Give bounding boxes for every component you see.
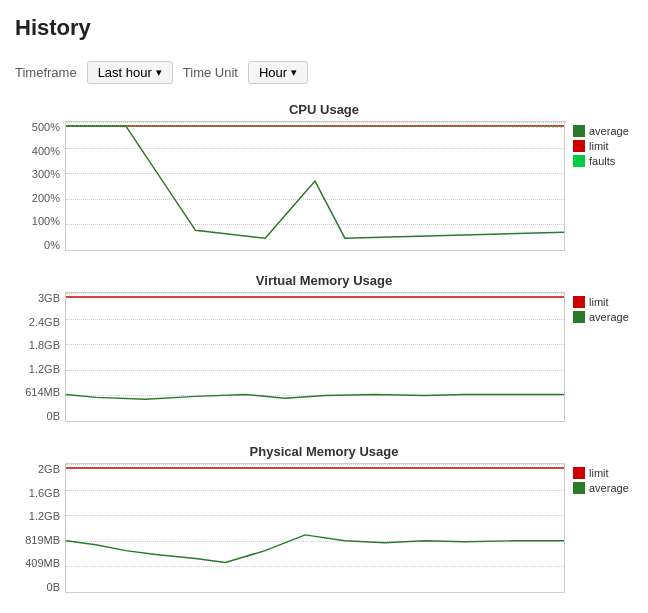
pmem-chart-inner [65, 463, 565, 593]
page-title: History [15, 15, 633, 41]
vmem-average-color [573, 311, 585, 323]
timeunit-label: Time Unit [183, 65, 238, 80]
vmem-y-axis: 3GB 2.4GB 1.8GB 1.2GB 614MB 0B [15, 292, 65, 422]
cpu-legend: average limit faults [573, 121, 633, 167]
cpu-limit-color [573, 140, 585, 152]
cpu-chart-inner [65, 121, 565, 251]
timeframe-label: Timeframe [15, 65, 77, 80]
cpu-legend-faults: faults [573, 155, 633, 167]
pmem-chart-section: Physical Memory Usage 2GB 1.6GB 1.2GB 81… [15, 444, 633, 593]
pmem-legend-average: average [573, 482, 633, 494]
vmem-chart-section: Virtual Memory Usage 3GB 2.4GB 1.8GB 1.2… [15, 273, 633, 422]
cpu-legend-limit: limit [573, 140, 633, 152]
timeunit-dropdown[interactable]: Hour [248, 61, 308, 84]
cpu-average-color [573, 125, 585, 137]
pmem-average-color [573, 482, 585, 494]
cpu-chart-title: CPU Usage [15, 102, 633, 117]
pmem-legend: limit average [573, 463, 633, 494]
cpu-legend-average: average [573, 125, 633, 137]
vmem-legend-limit: limit [573, 296, 633, 308]
timeframe-dropdown[interactable]: Last hour [87, 61, 173, 84]
vmem-legend-average: average [573, 311, 633, 323]
cpu-faults-color [573, 155, 585, 167]
pmem-legend-limit: limit [573, 467, 633, 479]
vmem-chart-title: Virtual Memory Usage [15, 273, 633, 288]
controls-bar: Timeframe Last hour Time Unit Hour [15, 61, 633, 84]
pmem-limit-color [573, 467, 585, 479]
vmem-limit-color [573, 296, 585, 308]
vmem-legend: limit average [573, 292, 633, 323]
pmem-y-axis: 2GB 1.6GB 1.2GB 819MB 409MB 0B [15, 463, 65, 593]
cpu-chart-section: CPU Usage 500% 400% 300% 200% 100% 0% [15, 102, 633, 251]
cpu-y-axis: 500% 400% 300% 200% 100% 0% [15, 121, 65, 251]
pmem-chart-title: Physical Memory Usage [15, 444, 633, 459]
vmem-chart-inner [65, 292, 565, 422]
